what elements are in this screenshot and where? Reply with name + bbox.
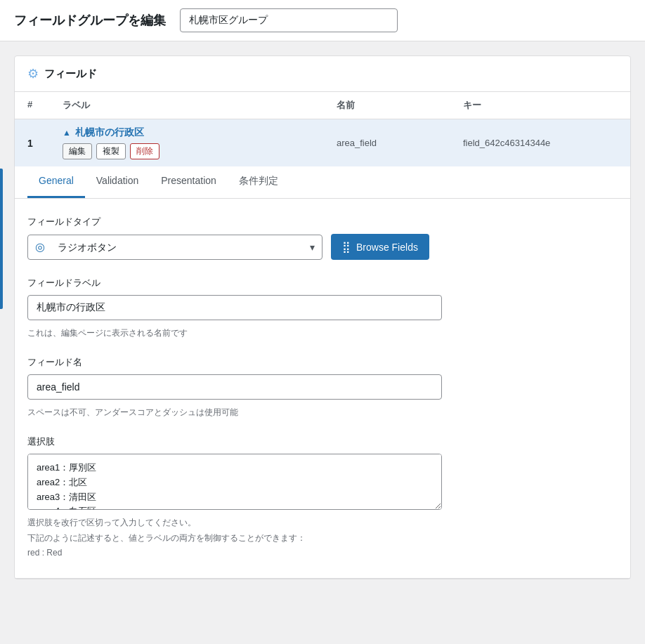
field-label-hint: これは、編集ページに表示される名前です (27, 327, 618, 339)
field-type-section: フィールドタイプ ◎ ラジオボタン ▾ ⣿ Browse Fields (27, 216, 618, 260)
col-number: # (27, 99, 63, 112)
col-key: キー (463, 99, 618, 112)
delete-button[interactable]: 削除 (130, 143, 159, 159)
field-actions: 編集 複製 削除 (63, 143, 337, 159)
field-label-label: フィールドラベル (27, 277, 618, 289)
browse-fields-label: Browse Fields (356, 242, 418, 253)
chevron-down-icon: ▾ (303, 242, 322, 253)
field-row-label-cell: ▲ 札幌市の行政区 編集 複製 削除 (63, 126, 337, 159)
tab-general[interactable]: General (27, 166, 85, 198)
field-type-select-wrapper: ◎ ラジオボタン ▾ (27, 235, 322, 260)
field-type-label: フィールドタイプ (27, 216, 618, 228)
fields-panel: ⚙ フィールド # ラベル 名前 キー 1 ▲ 札幌市の行政区 編集 (14, 55, 631, 579)
field-row-main: 1 ▲ 札幌市の行政区 編集 複製 削除 area_field field_64… (15, 119, 630, 166)
field-row-number: 1 (27, 138, 63, 149)
tabs-container: General Validation Presentation 条件判定 (15, 166, 630, 199)
col-name: 名前 (337, 99, 463, 112)
field-row-label-top: ▲ 札幌市の行政区 (63, 126, 337, 139)
accent-bar (0, 169, 3, 309)
choices-textarea[interactable]: area1：厚別区 area2：北区 area3：清田区 area4：白石区 (27, 454, 442, 510)
tab-conditional[interactable]: 条件判定 (228, 166, 289, 198)
form-content: フィールドタイプ ◎ ラジオボタン ▾ ⣿ Browse Fields (15, 199, 630, 578)
main-content: ⚙ フィールド # ラベル 名前 キー 1 ▲ 札幌市の行政区 編集 (0, 41, 645, 593)
field-label-link[interactable]: 札幌市の行政区 (75, 126, 144, 139)
chevron-up-icon[interactable]: ▲ (63, 128, 71, 138)
radio-icon: ◎ (28, 240, 52, 254)
choices-label: 選択肢 (27, 435, 618, 448)
field-name-cell: area_field (337, 138, 463, 148)
fields-panel-header: ⚙ フィールド (15, 56, 630, 92)
choices-hint-line-1: 選択肢を改行で区切って入力してください。 (27, 518, 196, 527)
page-header: フィールドグループを編集 (0, 0, 645, 41)
fields-panel-title: フィールド (44, 67, 97, 81)
field-label-section: フィールドラベル これは、編集ページに表示される名前です (27, 277, 618, 339)
tab-validation[interactable]: Validation (85, 166, 150, 198)
group-name-input[interactable] (180, 8, 398, 32)
field-name-hint: スペースは不可、アンダースコアとダッシュは使用可能 (27, 407, 618, 419)
field-name-input[interactable] (27, 374, 442, 400)
field-name-label: フィールド名 (27, 356, 618, 369)
field-name-section: フィールド名 スペースは不可、アンダースコアとダッシュは使用可能 (27, 356, 618, 419)
duplicate-button[interactable]: 複製 (96, 143, 126, 159)
choices-hint: 選択肢を改行で区切って入力してください。 下記のように記述すると、値とラベルの両… (27, 515, 618, 561)
field-type-select[interactable]: ラジオボタン (52, 235, 303, 259)
browse-fields-button[interactable]: ⣿ Browse Fields (331, 234, 429, 260)
col-label: ラベル (63, 99, 337, 112)
page-title: フィールドグループを編集 (14, 12, 166, 29)
gear-icon: ⚙ (27, 66, 39, 81)
field-label-input[interactable] (27, 295, 442, 320)
field-key-cell: field_642c46314344e (463, 138, 618, 148)
choices-hint-line-2: 下記のように記述すると、値とラベルの両方を制御することができます： (27, 533, 306, 543)
choices-hint-line-3: red : Red (27, 548, 62, 558)
edit-button[interactable]: 編集 (63, 143, 92, 159)
grid-icon: ⣿ (342, 240, 351, 254)
choices-section: 選択肢 area1：厚別区 area2：北区 area3：清田区 area4：白… (27, 435, 618, 561)
tab-presentation[interactable]: Presentation (150, 166, 228, 198)
fields-table-header: # ラベル 名前 キー (15, 92, 630, 119)
field-type-row: ◎ ラジオボタン ▾ ⣿ Browse Fields (27, 234, 618, 260)
field-row: 1 ▲ 札幌市の行政区 編集 複製 削除 area_field field_64… (15, 119, 630, 579)
